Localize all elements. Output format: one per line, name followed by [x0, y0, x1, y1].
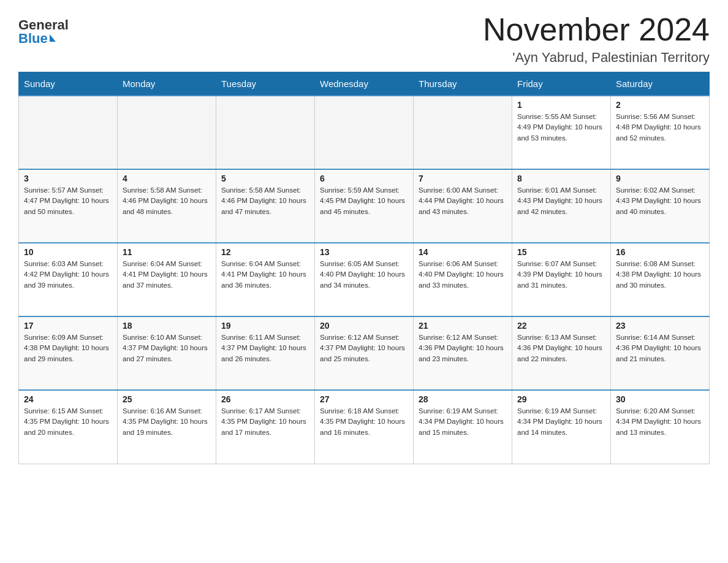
- day-number: 12: [221, 247, 309, 257]
- header-thursday: Thursday: [414, 72, 512, 96]
- day-number: 3: [24, 174, 112, 183]
- day-cell: 23Sunrise: 6:14 AM Sunset: 4:36 PM Dayli…: [611, 316, 710, 390]
- day-number: 17: [24, 321, 112, 331]
- day-info: Sunrise: 6:13 AM Sunset: 4:36 PM Dayligh…: [517, 332, 605, 364]
- day-number: 15: [517, 247, 605, 257]
- day-info: Sunrise: 6:07 AM Sunset: 4:39 PM Dayligh…: [517, 259, 605, 291]
- day-number: 30: [616, 394, 704, 404]
- month-title: November 2024: [483, 12, 710, 47]
- week-row-4: 17Sunrise: 6:09 AM Sunset: 4:38 PM Dayli…: [19, 316, 710, 390]
- day-cell: 25Sunrise: 6:16 AM Sunset: 4:35 PM Dayli…: [118, 390, 216, 464]
- day-number: 13: [320, 247, 408, 257]
- day-info: Sunrise: 6:12 AM Sunset: 4:36 PM Dayligh…: [419, 332, 507, 364]
- day-number: 19: [221, 321, 309, 331]
- header-wednesday: Wednesday: [315, 72, 414, 96]
- header-friday: Friday: [512, 72, 611, 96]
- day-number: 6: [320, 174, 408, 183]
- day-cell: 26Sunrise: 6:17 AM Sunset: 4:35 PM Dayli…: [216, 390, 315, 464]
- day-info: Sunrise: 6:02 AM Sunset: 4:43 PM Dayligh…: [616, 185, 704, 217]
- day-number: 11: [123, 247, 211, 257]
- day-info: Sunrise: 6:17 AM Sunset: 4:35 PM Dayligh…: [221, 406, 309, 438]
- day-cell: [118, 96, 216, 169]
- day-cell: 2Sunrise: 5:56 AM Sunset: 4:48 PM Daylig…: [611, 96, 710, 169]
- header-saturday: Saturday: [611, 72, 710, 96]
- day-info: Sunrise: 6:12 AM Sunset: 4:37 PM Dayligh…: [320, 332, 408, 364]
- day-cell: 21Sunrise: 6:12 AM Sunset: 4:36 PM Dayli…: [414, 316, 512, 390]
- logo: General Blue: [18, 12, 69, 45]
- day-number: 1: [517, 100, 605, 110]
- day-number: 7: [419, 174, 507, 183]
- day-info: Sunrise: 6:20 AM Sunset: 4:34 PM Dayligh…: [616, 406, 704, 438]
- day-info: Sunrise: 5:58 AM Sunset: 4:46 PM Dayligh…: [221, 185, 309, 217]
- calendar-table: SundayMondayTuesdayWednesdayThursdayFrid…: [18, 72, 710, 464]
- logo-triangle-icon: [50, 34, 56, 42]
- calendar-header-row: SundayMondayTuesdayWednesdayThursdayFrid…: [19, 72, 710, 96]
- day-cell: 12Sunrise: 6:04 AM Sunset: 4:41 PM Dayli…: [216, 243, 315, 316]
- day-cell: 10Sunrise: 6:03 AM Sunset: 4:42 PM Dayli…: [19, 243, 118, 316]
- week-row-1: 1Sunrise: 5:55 AM Sunset: 4:49 PM Daylig…: [19, 96, 710, 169]
- day-number: 25: [123, 394, 211, 404]
- day-info: Sunrise: 6:10 AM Sunset: 4:37 PM Dayligh…: [123, 332, 211, 364]
- day-info: Sunrise: 6:19 AM Sunset: 4:34 PM Dayligh…: [517, 406, 605, 438]
- day-cell: 4Sunrise: 5:58 AM Sunset: 4:46 PM Daylig…: [118, 169, 216, 243]
- day-cell: 5Sunrise: 5:58 AM Sunset: 4:46 PM Daylig…: [216, 169, 315, 243]
- day-number: 2: [616, 100, 704, 110]
- day-info: Sunrise: 6:03 AM Sunset: 4:42 PM Dayligh…: [24, 259, 112, 291]
- logo-general-text: General: [18, 18, 69, 32]
- day-cell: 30Sunrise: 6:20 AM Sunset: 4:34 PM Dayli…: [611, 390, 710, 464]
- day-cell: 20Sunrise: 6:12 AM Sunset: 4:37 PM Dayli…: [315, 316, 414, 390]
- day-number: 20: [320, 321, 408, 331]
- day-info: Sunrise: 6:00 AM Sunset: 4:44 PM Dayligh…: [419, 185, 507, 217]
- day-number: 9: [616, 174, 704, 183]
- day-cell: 11Sunrise: 6:04 AM Sunset: 4:41 PM Dayli…: [118, 243, 216, 316]
- day-cell: 14Sunrise: 6:06 AM Sunset: 4:40 PM Dayli…: [414, 243, 512, 316]
- day-cell: 27Sunrise: 6:18 AM Sunset: 4:35 PM Dayli…: [315, 390, 414, 464]
- header: General Blue November 2024 'Ayn Yabrud, …: [18, 12, 710, 66]
- week-row-2: 3Sunrise: 5:57 AM Sunset: 4:47 PM Daylig…: [19, 169, 710, 243]
- day-cell: 6Sunrise: 5:59 AM Sunset: 4:45 PM Daylig…: [315, 169, 414, 243]
- day-number: 27: [320, 394, 408, 404]
- week-row-3: 10Sunrise: 6:03 AM Sunset: 4:42 PM Dayli…: [19, 243, 710, 316]
- day-cell: 28Sunrise: 6:19 AM Sunset: 4:34 PM Dayli…: [414, 390, 512, 464]
- day-info: Sunrise: 6:04 AM Sunset: 4:41 PM Dayligh…: [221, 259, 309, 291]
- day-number: 4: [123, 174, 211, 183]
- day-cell: 24Sunrise: 6:15 AM Sunset: 4:35 PM Dayli…: [19, 390, 118, 464]
- location-title: 'Ayn Yabrud, Palestinian Territory: [483, 50, 710, 66]
- day-info: Sunrise: 6:16 AM Sunset: 4:35 PM Dayligh…: [123, 406, 211, 438]
- day-info: Sunrise: 6:11 AM Sunset: 4:37 PM Dayligh…: [221, 332, 309, 364]
- day-number: 23: [616, 321, 704, 331]
- day-cell: 3Sunrise: 5:57 AM Sunset: 4:47 PM Daylig…: [19, 169, 118, 243]
- day-number: 26: [221, 394, 309, 404]
- day-cell: 9Sunrise: 6:02 AM Sunset: 4:43 PM Daylig…: [611, 169, 710, 243]
- day-info: Sunrise: 6:09 AM Sunset: 4:38 PM Dayligh…: [24, 332, 112, 364]
- day-number: 16: [616, 247, 704, 257]
- day-number: 5: [221, 174, 309, 183]
- day-info: Sunrise: 6:19 AM Sunset: 4:34 PM Dayligh…: [419, 406, 507, 438]
- day-cell: [19, 96, 118, 169]
- day-cell: 17Sunrise: 6:09 AM Sunset: 4:38 PM Dayli…: [19, 316, 118, 390]
- header-sunday: Sunday: [19, 72, 118, 96]
- day-info: Sunrise: 5:57 AM Sunset: 4:47 PM Dayligh…: [24, 185, 112, 217]
- day-cell: 1Sunrise: 5:55 AM Sunset: 4:49 PM Daylig…: [512, 96, 611, 169]
- day-number: 8: [517, 174, 605, 183]
- day-cell: 29Sunrise: 6:19 AM Sunset: 4:34 PM Dayli…: [512, 390, 611, 464]
- day-cell: [315, 96, 414, 169]
- day-number: 28: [419, 394, 507, 404]
- header-tuesday: Tuesday: [216, 72, 315, 96]
- day-cell: 15Sunrise: 6:07 AM Sunset: 4:39 PM Dayli…: [512, 243, 611, 316]
- day-number: 29: [517, 394, 605, 404]
- day-number: 14: [419, 247, 507, 257]
- day-info: Sunrise: 6:04 AM Sunset: 4:41 PM Dayligh…: [123, 259, 211, 291]
- title-area: November 2024 'Ayn Yabrud, Palestinian T…: [483, 12, 710, 66]
- day-info: Sunrise: 5:55 AM Sunset: 4:49 PM Dayligh…: [517, 112, 605, 144]
- day-info: Sunrise: 6:06 AM Sunset: 4:40 PM Dayligh…: [419, 259, 507, 291]
- day-info: Sunrise: 6:18 AM Sunset: 4:35 PM Dayligh…: [320, 406, 408, 438]
- day-cell: 13Sunrise: 6:05 AM Sunset: 4:40 PM Dayli…: [315, 243, 414, 316]
- day-number: 18: [123, 321, 211, 331]
- day-info: Sunrise: 6:15 AM Sunset: 4:35 PM Dayligh…: [24, 406, 112, 438]
- logo-blue-text: Blue: [18, 32, 48, 45]
- day-number: 22: [517, 321, 605, 331]
- day-info: Sunrise: 6:01 AM Sunset: 4:43 PM Dayligh…: [517, 185, 605, 217]
- day-cell: 7Sunrise: 6:00 AM Sunset: 4:44 PM Daylig…: [414, 169, 512, 243]
- day-cell: [414, 96, 512, 169]
